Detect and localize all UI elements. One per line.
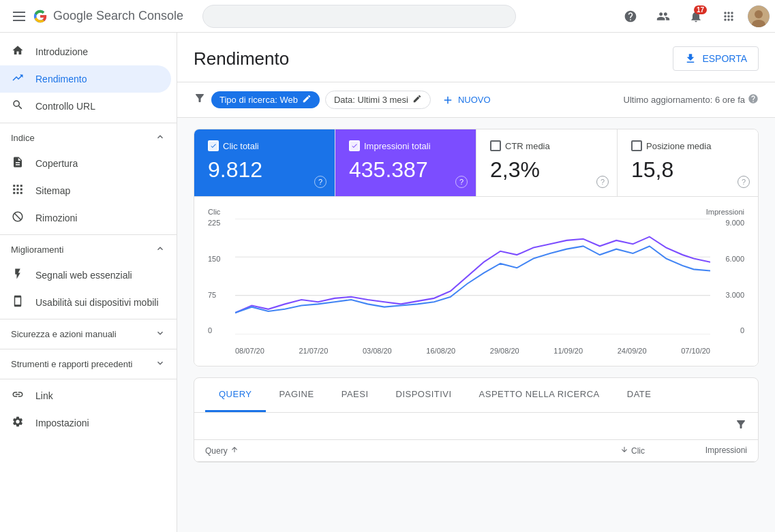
sidebar-item-segnali-web[interactable]: Segnali web essenziali	[0, 262, 171, 289]
sidebar-item-copertura-label: Copertura	[35, 158, 78, 169]
sidebar-item-rendimento[interactable]: Rendimento	[0, 65, 171, 93]
sidebar-item-usabilita[interactable]: Usabilità sui dispositivi mobili	[0, 289, 171, 316]
metric-ctr-value: 2,3%	[490, 157, 603, 183]
metric-ctr-label: CTR media	[505, 141, 550, 151]
metric-posizione-checkbox[interactable]	[631, 140, 642, 151]
sidebar-indice-header[interactable]: Indice	[0, 126, 177, 150]
sidebar-strumenti-title: Strumenti e rapporti precedenti	[11, 359, 132, 369]
sidebar-item-rimozioni[interactable]: Rimozioni	[0, 204, 171, 232]
hamburger-menu-icon[interactable]	[5, 12, 33, 21]
metric-impressioni-totali[interactable]: Impressioni totali 435.387 ?	[335, 129, 476, 196]
copertura-icon	[11, 156, 25, 172]
metric-posizione-help[interactable]: ?	[738, 176, 750, 188]
controllo-url-icon	[11, 99, 25, 114]
sidebar-miglioramenti-header[interactable]: Miglioramenti	[0, 238, 177, 262]
header: Google Search Console 17	[0, 0, 775, 33]
sidebar-item-segnali-web-label: Segnali web essenziali	[35, 270, 132, 281]
sidebar-item-usabilita-label: Usabilità sui dispositivi mobili	[35, 297, 159, 308]
sidebar-item-impostazioni[interactable]: Impostazioni	[0, 409, 171, 437]
chart-y-labels-right: 9.000 6.000 3.000 0	[714, 219, 744, 334]
last-update-text: Ultimo aggiornamento: 6 ore fa	[624, 95, 745, 105]
date-filter[interactable]: Data: Ultimi 3 mesi	[325, 91, 431, 109]
metric-impressioni-label-row: Impressioni totali	[349, 140, 462, 151]
layout: Introduzione Rendimento Controllo URL In…	[0, 33, 775, 532]
sidebar-strumenti-chevron-down	[155, 358, 166, 371]
tab-aspetto[interactable]: ASPETTO NELLA RICERCA	[466, 378, 613, 412]
export-button[interactable]: ESPORTA	[673, 46, 759, 71]
metric-clic-totali[interactable]: Clic totali 9.812 ?	[194, 129, 335, 196]
page-title: Rendimento	[194, 48, 289, 69]
notifications-badge: 17	[694, 5, 707, 14]
sidebar-item-copertura[interactable]: Copertura	[0, 150, 171, 177]
metrics-row: Clic totali 9.812 ? Impressioni totali	[194, 129, 758, 196]
metric-impressioni-help[interactable]: ?	[455, 176, 468, 188]
rendimento-icon	[11, 72, 25, 87]
table-query-label: Query	[205, 446, 228, 456]
logo: Google Search Console	[33, 9, 183, 24]
sidebar-divider-4	[0, 349, 177, 349]
search-input[interactable]	[202, 5, 516, 28]
impostazioni-icon	[11, 416, 25, 431]
tab-query[interactable]: QUERY	[205, 378, 266, 412]
date-edit-icon	[412, 94, 422, 106]
metric-posizione-value: 15,8	[631, 157, 744, 183]
sidebar-miglioramenti-title: Miglioramenti	[11, 245, 63, 255]
sidebar-divider-1	[0, 123, 177, 123]
sidebar-divider-3	[0, 319, 177, 319]
apps-button[interactable]	[715, 3, 742, 30]
metric-clic-help[interactable]: ?	[314, 176, 326, 188]
segnali-web-icon	[11, 268, 25, 283]
search-type-filter[interactable]: Tipo di ricerca: Web	[211, 91, 320, 108]
notifications-button[interactable]: 17	[682, 3, 710, 30]
sidebar-sicurezza-header[interactable]: Sicurezza e azioni manuali	[0, 322, 177, 346]
chart-y-labels-left: 225 150 75 0	[208, 219, 232, 334]
logo-text: Google Search Console	[53, 9, 183, 23]
sidebar-item-sitemap[interactable]: Sitemap	[0, 177, 171, 204]
table-header: Query Clic Impressioni	[194, 440, 758, 462]
new-filter-label: NUOVO	[458, 95, 491, 105]
add-filter-button[interactable]: NUOVO	[436, 91, 496, 109]
export-label: ESPORTA	[702, 53, 747, 64]
metric-clic-label: Clic totali	[223, 141, 259, 151]
tab-paesi[interactable]: PAESI	[328, 378, 382, 412]
metric-ctr-help[interactable]: ?	[596, 176, 609, 188]
search-bar[interactable]	[202, 5, 516, 28]
chart-area: 225 150 75 0 9.000 6.000 3.000 0	[208, 219, 744, 355]
table-col-clic[interactable]: Clic	[543, 445, 645, 456]
table-impressioni-label: Impressioni	[705, 445, 747, 455]
metrics-chart-container: Clic totali 9.812 ? Impressioni totali	[194, 129, 759, 366]
tab-dispositivi[interactable]: DISPOSITIVI	[382, 378, 466, 412]
sidebar-strumenti-header[interactable]: Strumenti e rapporti precedenti	[0, 352, 177, 376]
sidebar-miglioramenti-chevron-up	[155, 243, 166, 256]
table-col-query[interactable]: Query	[205, 445, 543, 456]
last-update: Ultimo aggiornamento: 6 ore fa	[624, 93, 759, 106]
metric-ctr-media[interactable]: CTR media 2,3% ?	[476, 129, 618, 196]
metric-clic-checkbox[interactable]	[208, 140, 219, 151]
metric-ctr-checkbox[interactable]	[490, 140, 501, 151]
svg-rect-0	[13, 12, 25, 13]
metric-impressioni-label: Impressioni totali	[364, 141, 431, 151]
sidebar-indice-chevron-up	[155, 131, 166, 144]
tab-date[interactable]: DATE	[613, 378, 665, 412]
tab-pagine[interactable]: PAGINE	[266, 378, 328, 412]
metric-impressioni-checkbox[interactable]	[349, 140, 360, 151]
sidebar-indice-title: Indice	[11, 133, 35, 143]
sidebar-item-introduzione[interactable]: Introduzione	[0, 38, 171, 65]
table-actions	[194, 413, 758, 440]
chart-x-labels: 08/07/20 21/07/20 03/08/20 16/08/20 29/0…	[235, 347, 710, 355]
sidebar-item-controllo-url[interactable]: Controllo URL	[0, 93, 171, 120]
last-update-help-icon	[748, 93, 759, 106]
svg-rect-1	[13, 16, 25, 17]
user-management-button[interactable]	[650, 3, 677, 30]
metric-ctr-label-row: CTR media	[490, 140, 603, 151]
search-type-edit-icon	[302, 94, 311, 106]
metric-posizione-media[interactable]: Posizione media 15,8 ?	[618, 129, 758, 196]
filter-rows-button[interactable]	[735, 418, 747, 434]
table-col-impressioni: Impressioni	[645, 445, 747, 456]
user-avatar[interactable]	[748, 5, 770, 27]
sort-query-icon	[230, 445, 239, 456]
help-button[interactable]	[617, 3, 644, 30]
sidebar-item-link[interactable]: Link	[0, 382, 171, 409]
date-label: Data: Ultimi 3 mesi	[334, 95, 408, 105]
metric-posizione-label: Posizione media	[646, 141, 711, 151]
